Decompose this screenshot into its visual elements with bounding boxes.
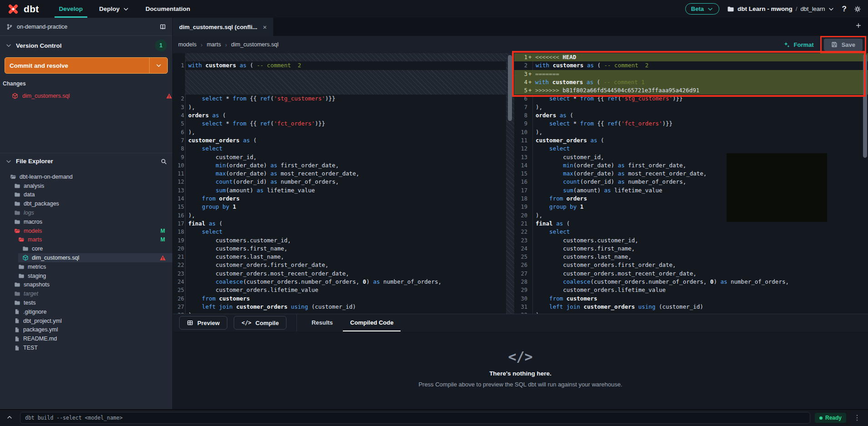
tree-item-snapshots[interactable]: snapshots <box>0 281 172 290</box>
code-line-28[interactable]: 28 coalesce(customer_orders.number_of_or… <box>514 278 868 286</box>
compile-button[interactable]: </> Compile <box>234 316 286 330</box>
tab-close-icon[interactable]: × <box>263 24 267 30</box>
code-line-7[interactable]: 7customer_orders as ( <box>173 136 506 145</box>
right-scrollbar-thumb[interactable] <box>863 54 867 158</box>
overflow-menu-button[interactable]: ⋮ <box>851 414 863 422</box>
code-line-9[interactable]: 9 customer_id, <box>173 153 506 161</box>
code-line-10[interactable]: 10), <box>514 128 868 136</box>
tree-item-macros[interactable]: macros <box>0 217 172 226</box>
preview-button[interactable]: Preview <box>179 316 227 330</box>
code-line-26[interactable]: 26 customer_orders.first_order_date, <box>514 261 868 269</box>
format-button[interactable]: Format <box>781 41 817 49</box>
tree-item-models[interactable]: modelsM <box>0 226 172 236</box>
code-line-30[interactable]: 30 from customers <box>514 295 868 303</box>
code-line-15[interactable]: 15 group by 1 <box>173 203 506 211</box>
docs-book-button[interactable] <box>160 24 166 30</box>
code-line-21[interactable]: 21 customers.last_name, <box>173 253 506 261</box>
settings-button[interactable] <box>854 6 861 12</box>
tree-item-packages-yml[interactable]: packages.yml <box>0 326 172 335</box>
code-line-6[interactable]: 6 select * from {{ ref('stg_customers')}… <box>514 95 868 103</box>
tree-item-data[interactable]: data <box>0 190 172 200</box>
code-line-4[interactable]: 4orders as ( <box>173 111 506 120</box>
tree-item-dbt-packages[interactable]: dbt_packages <box>0 199 172 208</box>
help-button[interactable]: ? <box>842 5 847 14</box>
code-line-29[interactable]: 29 customer_orders.lifetime_value <box>514 286 868 294</box>
tree-item-logs[interactable]: logs <box>0 208 172 217</box>
commit-options-button[interactable] <box>149 58 167 73</box>
dbt-brand[interactable]: dbt <box>0 2 39 16</box>
file-search-button[interactable] <box>161 158 167 165</box>
code-line-24[interactable]: 24 coalesce(customer_orders.number_of_or… <box>173 278 506 286</box>
tree-item-staging[interactable]: staging <box>0 271 172 281</box>
command-input[interactable] <box>20 412 810 424</box>
tree-item-dbt-learn-on-demand[interactable]: dbt-learn-on-demand <box>0 172 172 181</box>
tree-item-tests[interactable]: tests <box>0 298 172 307</box>
code-line-18[interactable]: 18 select <box>173 228 506 236</box>
code-pane-current[interactable]: 1with customers as ( -- comment 22 selec… <box>173 53 506 314</box>
tree-item-gitignore[interactable]: .gitignore <box>0 307 172 316</box>
code-line-8[interactable]: 8orders as ( <box>514 111 868 120</box>
code-line-23[interactable]: 23 customer_orders.most_recent_order_dat… <box>173 270 506 278</box>
change-item-dim-customers-sql[interactable]: dim_customers.sql <box>0 90 172 102</box>
code-line-20[interactable]: 20 customers.first_name, <box>173 245 506 253</box>
new-tab-button[interactable] <box>853 22 864 30</box>
commit-and-resolve-button[interactable]: Commit and resolve <box>5 58 149 73</box>
code-line-3[interactable]: 3), <box>173 103 506 111</box>
code-line-9[interactable]: 9 select * from {{ ref('fct_orders')}} <box>514 120 868 128</box>
file-explorer-header[interactable]: File Explorer <box>0 153 172 169</box>
tree-item-core[interactable]: core <box>0 244 172 253</box>
code-line-12[interactable]: 12 select <box>514 145 868 153</box>
code-line-24[interactable]: 24 customers.first_name, <box>514 245 868 253</box>
code-line-27[interactable]: 27 left join customer_orders using (cust… <box>173 303 506 311</box>
tab-dim-customers-sql[interactable]: dim_customers.sql (confli... × <box>173 18 273 36</box>
editor-scrollbar[interactable] <box>862 53 868 314</box>
code-line-23[interactable]: 23 customers.customer_id, <box>514 236 868 245</box>
code-line-6[interactable]: 6), <box>173 128 506 136</box>
code-line-25[interactable]: 25 customers.last_name, <box>514 253 868 261</box>
code-line-1[interactable]: 1with customers as ( -- comment 2 <box>173 61 506 70</box>
tree-item-target[interactable]: target <box>0 289 172 298</box>
code-line-5[interactable]: 5 select * from {{ ref('fct_orders')}} <box>173 120 506 128</box>
tab-compiled-code[interactable]: Compiled Code <box>343 314 401 331</box>
code-line-2[interactable]: 2 select * from {{ ref('stg_customers')}… <box>173 95 506 103</box>
code-line-27[interactable]: 27 customer_orders.most_recent_order_dat… <box>514 270 868 278</box>
beta-dropdown[interactable]: Beta <box>685 3 719 15</box>
code-line-14[interactable]: 14 from orders <box>173 195 506 203</box>
code-line-2[interactable]: 2with customers as ( -- comment 2 <box>514 61 868 70</box>
code-line-31[interactable]: 31 left join customer_orders using (cust… <box>514 303 868 311</box>
code-line-1[interactable]: 1+<<<<<<< HEAD <box>514 53 868 61</box>
left-scrollbar-thumb[interactable] <box>508 55 512 121</box>
project-selector[interactable]: dbt_learn <box>800 5 834 12</box>
code-line-25[interactable]: 25 customer_orders.lifetime_value <box>173 286 506 294</box>
nav-deploy[interactable]: Deploy <box>95 0 134 18</box>
code-line-11[interactable]: 11 max(order_date) as most_recent_order_… <box>173 170 506 178</box>
code-line-8[interactable]: 8 select <box>173 145 506 153</box>
code-line-12[interactable]: 12 count(order_id) as number_of_orders, <box>173 178 506 186</box>
tree-item-test[interactable]: TEST <box>0 343 172 352</box>
version-control-header[interactable]: Version Control 1 <box>0 36 172 55</box>
code-line-13[interactable]: 13 sum(amount) as lifetime_value <box>173 186 506 195</box>
nav-documentation[interactable]: Documentation <box>141 0 195 18</box>
code-line-16[interactable]: 16), <box>173 211 506 220</box>
code-line-4[interactable]: 4+with customers as ( -- comment 1 <box>514 78 868 86</box>
tree-item-dbt-project-yml[interactable]: dbt_project.yml <box>0 316 172 326</box>
code-line-3[interactable]: 3+======= <box>514 70 868 78</box>
tree-item-marts[interactable]: martsM <box>0 236 172 245</box>
tree-item-readme-md[interactable]: README.md <box>0 334 172 343</box>
code-line-10[interactable]: 10 min(order_date) as first_order_date, <box>173 161 506 170</box>
tree-item-analysis[interactable]: analysis <box>0 181 172 190</box>
code-line-7[interactable]: 7), <box>514 103 868 111</box>
branch-selector[interactable]: on-demand-practice <box>0 18 172 36</box>
expand-panel-button[interactable] <box>4 414 15 422</box>
code-line-5[interactable]: 5+>>>>>>> b81f802a66fd544504c65721e3ffaa… <box>514 86 868 95</box>
code-line-26[interactable]: 26 from customers <box>173 295 506 303</box>
save-button[interactable]: Save <box>824 39 863 51</box>
code-line-22[interactable]: 22 select <box>514 228 868 236</box>
tab-results[interactable]: Results <box>304 314 340 331</box>
code-line-17[interactable]: 17final as ( <box>173 220 506 228</box>
nav-develop[interactable]: Develop <box>55 0 88 18</box>
code-line-22[interactable]: 22 customer_orders.first_order_date, <box>173 261 506 269</box>
tree-item-metrics[interactable]: metrics <box>0 262 172 271</box>
tree-item-dim-customers-sql[interactable]: dim_customers.sql <box>0 253 172 262</box>
code-line-19[interactable]: 19 customers.customer_id, <box>173 236 506 245</box>
